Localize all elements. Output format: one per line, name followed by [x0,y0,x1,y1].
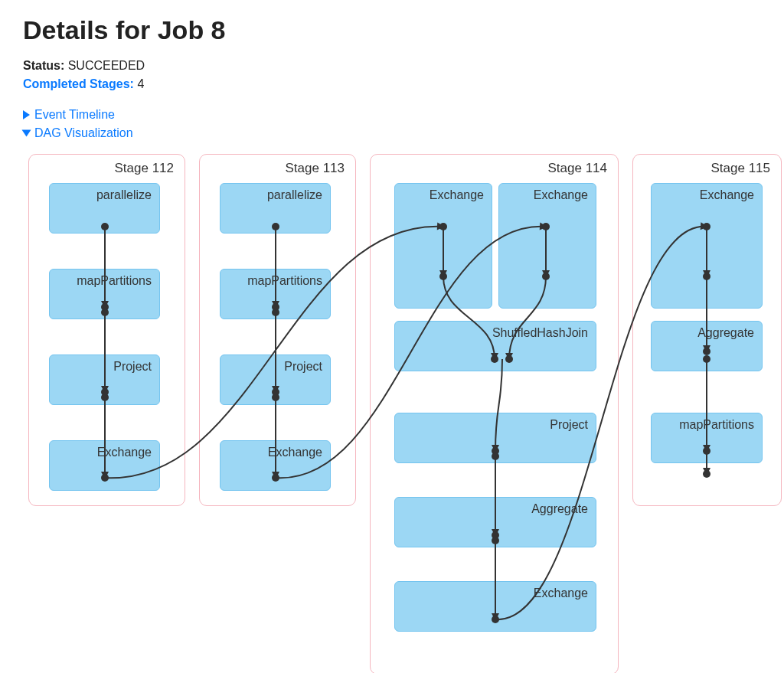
completed-stages-label[interactable]: Completed Stages: [23,77,134,90]
node-label: Exchange [268,446,322,459]
stage-title: Stage 114 [547,161,607,176]
node-label: Exchange [534,188,588,202]
node-label: Aggregate [697,326,754,340]
node-n114-1[interactable]: Exchange [498,183,596,309]
status-line: Status: SUCCEEDED [23,59,761,73]
port [439,273,447,280]
node-label: parallelize [267,188,322,202]
page-title: Details for Job 8 [23,15,761,45]
node-label: mapPartitions [679,418,754,432]
stage-title: Stage 113 [285,161,345,176]
node-label: ShuffledHashJoin [492,326,588,340]
port [101,474,109,482]
port [703,447,710,455]
node-n115-0[interactable]: Exchange [651,183,763,309]
node-label: Exchange [700,188,754,202]
port [492,452,499,460]
node-n114-5[interactable]: Exchange [394,581,596,632]
port [272,474,279,482]
port [272,223,279,230]
port [703,470,710,478]
caret-right-icon [23,110,30,119]
node-label: Exchange [97,446,152,459]
port [703,348,710,355]
node-label: mapPartitions [77,274,152,288]
node-label: Project [113,360,152,374]
port [492,537,499,544]
port [101,394,109,401]
status-value: SUCCEEDED [68,59,145,72]
event-timeline-label: Event Timeline [34,108,115,122]
node-n115-2[interactable]: mapPartitions [651,413,763,463]
status-label: Status: [23,59,64,72]
stage-title: Stage 115 [710,161,770,176]
port [491,355,498,363]
node-label: parallelize [96,188,152,202]
node-label: Aggregate [531,502,588,516]
completed-stages-value: 4 [137,77,144,90]
port [542,273,550,280]
port [703,355,710,363]
node-label: Project [550,418,588,432]
event-timeline-toggle[interactable]: Event Timeline [23,108,761,122]
dag-visualization-toggle[interactable]: DAG Visualization [23,126,761,140]
stage-title: Stage 112 [114,161,174,176]
port [505,355,513,363]
port [492,616,499,623]
node-n114-2[interactable]: ShuffledHashJoin [394,321,596,371]
port [272,309,279,316]
node-n112-3[interactable]: Exchange [49,440,160,491]
node-label: mapPartitions [247,274,322,288]
caret-down-icon [22,130,31,137]
dag-visualization-panel: Stage 112parallelizemapPartitionsProject… [23,154,761,673]
node-label: Project [284,360,322,374]
port [703,223,710,230]
port [703,273,710,280]
node-n115-1[interactable]: Aggregate [651,321,763,371]
node-n114-0[interactable]: Exchange [394,183,492,309]
node-label: Exchange [430,188,484,202]
node-label: Exchange [534,586,588,600]
port [101,223,109,230]
dag-visualization-label: DAG Visualization [34,126,133,140]
port [101,309,109,316]
completed-stages-line: Completed Stages: 4 [23,77,761,91]
port [272,394,279,401]
port [542,223,550,230]
port [439,223,447,230]
node-n113-3[interactable]: Exchange [220,440,331,491]
